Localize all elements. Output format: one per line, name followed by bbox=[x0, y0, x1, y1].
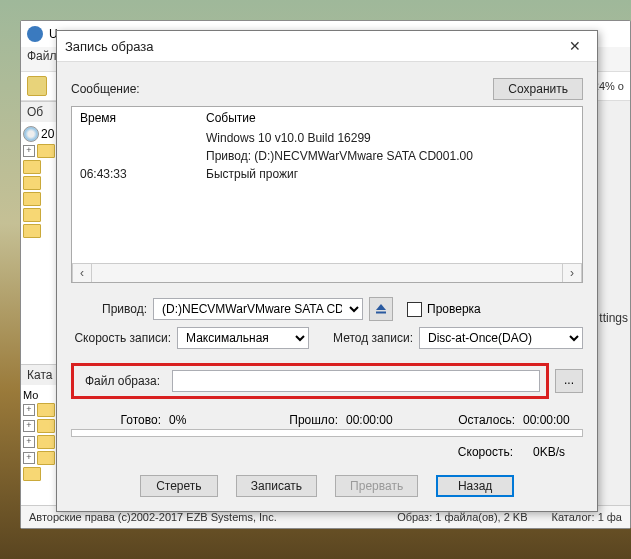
panel-catalog: Ката bbox=[21, 364, 59, 385]
log-hscrollbar[interactable]: ‹ › bbox=[72, 263, 582, 282]
browse-button[interactable]: ... bbox=[555, 369, 583, 393]
clipped-text: ttings bbox=[599, 311, 628, 325]
ready-label: Готово: bbox=[71, 413, 169, 427]
ready-value: 0% bbox=[169, 413, 239, 427]
left-tree[interactable]: Об 20 + Ката Мо + + + + bbox=[21, 101, 60, 510]
folder-icon bbox=[23, 160, 41, 174]
image-file-label: Файл образа: bbox=[80, 374, 166, 388]
status-copyright: Авторские права (c)2002-2017 EZB Systems… bbox=[29, 511, 277, 523]
progress-bar bbox=[71, 429, 583, 437]
write-speed-select[interactable]: Максимальная bbox=[177, 327, 309, 349]
expand-icon[interactable]: + bbox=[23, 404, 35, 416]
rate-label: Скорость: bbox=[458, 445, 513, 459]
tree-node[interactable]: + bbox=[23, 144, 57, 158]
menu-file[interactable]: Файл bbox=[27, 49, 57, 63]
expand-icon[interactable]: + bbox=[23, 420, 35, 432]
verify-checkbox[interactable]: Проверка bbox=[407, 302, 481, 317]
write-method-select[interactable]: Disc-at-Once(DAO) bbox=[419, 327, 583, 349]
abort-button: Прервать bbox=[335, 475, 418, 497]
tree-node[interactable]: + bbox=[23, 419, 57, 433]
eject-button[interactable] bbox=[369, 297, 393, 321]
app-icon bbox=[27, 26, 43, 42]
folder-icon bbox=[37, 435, 55, 449]
log-row: Привод: (D:)NECVMWarVMware SATA CD001.00 bbox=[72, 147, 582, 165]
tree-head: Об bbox=[21, 101, 59, 122]
svg-rect-0 bbox=[376, 312, 386, 314]
remain-value: 00:00:00 bbox=[523, 413, 583, 427]
save-button[interactable]: Сохранить bbox=[493, 78, 583, 100]
message-label: Сообщение: bbox=[71, 82, 493, 96]
checkbox-icon bbox=[407, 302, 422, 317]
tree-node[interactable] bbox=[23, 192, 57, 206]
tree-node[interactable]: + bbox=[23, 435, 57, 449]
elapsed-label: Прошло: bbox=[248, 413, 346, 427]
write-button[interactable]: Записать bbox=[236, 475, 317, 497]
image-file-input[interactable] bbox=[172, 370, 540, 392]
folder-icon bbox=[23, 208, 41, 222]
tree-node[interactable] bbox=[23, 160, 57, 174]
log-row: 06:43:33Быстрый прожиг bbox=[72, 165, 582, 183]
write-speed-label: Скорость записи: bbox=[71, 331, 177, 345]
close-button[interactable]: ✕ bbox=[561, 35, 589, 57]
eject-icon bbox=[375, 303, 387, 315]
scroll-left-icon[interactable]: ‹ bbox=[72, 264, 92, 282]
elapsed-value: 00:00:00 bbox=[346, 413, 416, 427]
remain-label: Осталось: bbox=[425, 413, 523, 427]
folder-icon bbox=[37, 144, 55, 158]
drive-label: Привод: bbox=[71, 302, 153, 316]
folder-icon bbox=[37, 403, 55, 417]
folder-icon bbox=[23, 467, 41, 481]
tree-node-cd[interactable]: 20 bbox=[23, 126, 57, 142]
tree-node[interactable] bbox=[23, 208, 57, 222]
image-file-highlight: Файл образа: bbox=[71, 363, 549, 399]
tree-node[interactable] bbox=[23, 467, 57, 481]
tree-node[interactable]: + bbox=[23, 403, 57, 417]
tree-node-my[interactable]: Мо bbox=[23, 389, 57, 401]
log-list[interactable]: Время Событие Windows 10 v10.0 Build 162… bbox=[71, 106, 583, 283]
scroll-right-icon[interactable]: › bbox=[562, 264, 582, 282]
erase-button[interactable]: Стереть bbox=[140, 475, 218, 497]
folder-icon bbox=[37, 451, 55, 465]
folder-icon bbox=[23, 224, 41, 238]
status-image: Образ: 1 файла(ов), 2 KB bbox=[397, 511, 527, 523]
status-catalog: Каталог: 1 фа bbox=[552, 511, 622, 523]
folder-icon bbox=[23, 176, 41, 190]
dialog-title: Запись образа bbox=[65, 39, 561, 54]
log-header: Время Событие bbox=[72, 107, 582, 129]
tree-node[interactable] bbox=[23, 176, 57, 190]
burn-image-dialog: Запись образа ✕ Сообщение: Сохранить Вре… bbox=[56, 30, 598, 512]
tree-node[interactable] bbox=[23, 224, 57, 238]
toolbar-new-icon[interactable] bbox=[27, 76, 47, 96]
dialog-titlebar[interactable]: Запись образа ✕ bbox=[57, 31, 597, 62]
rate-value: 0KB/s bbox=[533, 445, 583, 459]
log-row: Windows 10 v10.0 Build 16299 bbox=[72, 129, 582, 147]
progress-row: Готово: 0% Прошло: 00:00:00 Осталось: 00… bbox=[71, 413, 583, 427]
verify-label: Проверка bbox=[427, 302, 481, 316]
expand-icon[interactable]: + bbox=[23, 436, 35, 448]
drive-select[interactable]: (D:)NECVMWarVMware SATA CD001.0( bbox=[153, 298, 363, 320]
back-button[interactable]: Назад bbox=[436, 475, 514, 497]
write-method-label: Метод записи: bbox=[327, 331, 419, 345]
expand-icon[interactable]: + bbox=[23, 452, 35, 464]
col-event: Событие bbox=[198, 107, 582, 129]
col-time: Время bbox=[72, 107, 198, 129]
folder-icon bbox=[37, 419, 55, 433]
expand-icon[interactable]: + bbox=[23, 145, 35, 157]
cd-icon bbox=[23, 126, 39, 142]
tree-node[interactable]: + bbox=[23, 451, 57, 465]
folder-icon bbox=[23, 192, 41, 206]
